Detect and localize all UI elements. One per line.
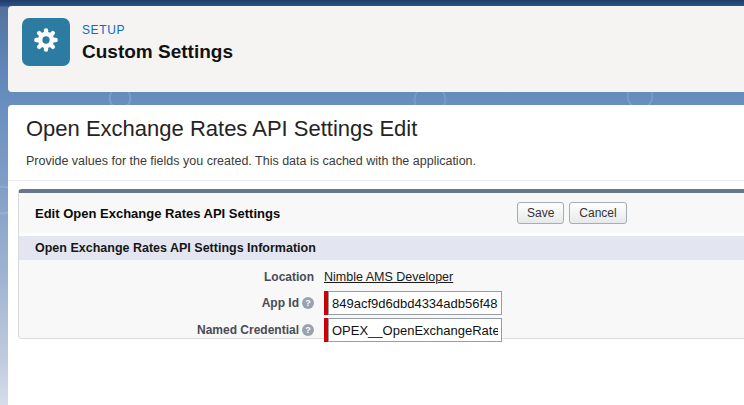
named-credential-field-cell — [324, 318, 502, 342]
divider — [8, 180, 744, 181]
page-description: Provide values for the fields you create… — [26, 154, 476, 168]
edit-block-header: Edit Open Exchange Rates API Settings Sa… — [19, 193, 744, 233]
location-link[interactable]: Nimble AMS Developer — [324, 270, 453, 284]
help-icon[interactable]: ? — [302, 324, 314, 336]
setup-title: Custom Settings — [82, 41, 233, 63]
edit-settings-block: Edit Open Exchange Rates API Settings Sa… — [18, 189, 744, 339]
page-title: Open Exchange Rates API Settings Edit — [26, 116, 417, 142]
section-subheader: Open Exchange Rates API Settings Informa… — [19, 233, 744, 260]
named-credential-label: Named Credential ? — [19, 323, 314, 337]
setup-gear-tile — [22, 18, 70, 66]
field-row-named-credential: Named Credential ? — [19, 318, 744, 342]
app-id-field-cell — [324, 291, 502, 315]
salesforce-setup-page: { "theme": { "gear_tile_blue": "#2c7ba2"… — [0, 0, 744, 405]
setup-header-text: SETUP Custom Settings — [82, 23, 233, 63]
setup-header-card: SETUP Custom Settings — [8, 6, 744, 92]
field-row-location: Location Nimble AMS Developer — [19, 266, 744, 288]
help-icon[interactable]: ? — [302, 297, 314, 309]
content-card: Open Exchange Rates API Settings Edit Pr… — [8, 105, 744, 405]
form-body: Location Nimble AMS Developer App Id ? — [19, 260, 744, 342]
gear-icon — [31, 25, 61, 59]
cancel-button[interactable]: Cancel — [569, 202, 626, 224]
edit-block-title: Edit Open Exchange Rates API Settings — [35, 206, 280, 221]
header-buttons: Save Cancel — [517, 202, 627, 224]
app-id-input[interactable] — [328, 291, 502, 315]
field-row-app-id: App Id ? — [19, 291, 744, 315]
location-label: Location — [19, 270, 314, 284]
save-button[interactable]: Save — [517, 202, 564, 224]
setup-eyebrow: SETUP — [82, 23, 233, 37]
app-id-label: App Id ? — [19, 296, 314, 310]
named-credential-input[interactable] — [328, 318, 502, 342]
location-value-cell: Nimble AMS Developer — [324, 270, 453, 284]
